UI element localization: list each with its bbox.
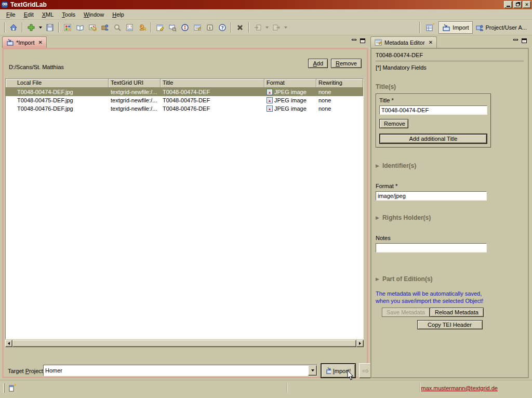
import-minimize-button[interactable] [352,38,357,43]
jpeg-file-icon [267,97,273,103]
target-project-combo [43,365,317,376]
target-project-dropdown-button[interactable] [308,365,317,376]
metadata-tab-icon [375,39,382,46]
image-attach-button[interactable] [86,21,99,34]
notes-input[interactable] [376,243,487,253]
import-tool-dropdown-arrow [265,26,269,29]
tab-import[interactable]: *Import ✕ [2,36,47,48]
app-owl-icon [1,1,8,8]
svg-text:?: ? [221,25,224,30]
cell-local-file: T0048-00474-DEF.jpg [6,89,109,95]
tab-metadata-close-icon[interactable]: ✕ [429,39,433,45]
new-icon [27,23,35,32]
dictionary-button[interactable] [74,21,86,34]
delete-icon [236,23,244,32]
text-editor-button[interactable] [154,21,166,34]
import-tool-button [251,21,264,34]
user-admin-button[interactable] [99,21,111,34]
save-button[interactable] [44,21,56,34]
menu-window[interactable]: Window [79,10,108,19]
metadata-minimize-button[interactable] [513,38,518,43]
gallery-button[interactable] [61,21,74,34]
open-perspective-icon [426,23,435,32]
col-title[interactable]: Title [161,79,264,88]
book-search-button[interactable] [166,21,179,34]
navigator-button[interactable] [179,21,191,34]
menu-edit[interactable]: Edit [20,10,38,19]
search-button[interactable] [111,21,124,34]
text-editor-icon [156,23,164,32]
identifiers-section-header[interactable]: ▶Identifier(s) [376,162,524,169]
section-twisty-icon[interactable]: ▶ [376,163,379,168]
perspective-import[interactable]: Import [438,21,472,34]
xml-editor-icon: xml [126,23,134,32]
cell-uri: textgrid-newfile:/... [109,97,161,103]
copy-tei-header-button[interactable]: Copy TEI Header [417,320,483,329]
section-twisty-icon[interactable]: ▶ [376,215,379,220]
export-tool-icon [272,23,281,32]
scroll-right-icon[interactable] [356,340,364,347]
menu-help[interactable]: Help [108,10,128,19]
help-button[interactable]: ? [216,21,229,34]
toolbar-separator [248,22,249,33]
add-additional-title-button[interactable]: Add additional Title [379,134,487,144]
notes-field-label: Notes [376,235,524,241]
menu-xml[interactable]: XML [38,10,58,19]
section-twisty-icon[interactable]: ▶ [376,276,379,282]
horizontal-scrollbar[interactable] [5,340,364,347]
home-button[interactable] [7,21,20,34]
xml-editor-button[interactable]: xml [124,21,136,34]
jpeg-file-icon [267,105,273,112]
open-perspective-button[interactable] [423,21,438,34]
add-button[interactable]: Add [308,59,328,68]
remove-title-button[interactable]: Remove [379,119,408,128]
part-of-edition-section-header[interactable]: ▶Part of Edition(s) [376,275,524,283]
col-rewriting[interactable]: Rewriting [316,79,363,88]
scrollbar-thumb[interactable] [12,340,356,347]
col-format[interactable]: Format [264,79,316,88]
toolbar-separator [231,22,232,33]
col-local-file[interactable]: Local File [6,79,109,88]
title-input[interactable] [379,105,487,115]
fast-view-icon[interactable] [8,383,17,392]
scroll-left-icon[interactable] [5,340,12,347]
reload-metadata-button[interactable]: Reload Metadata [430,308,484,317]
perspective-project-user[interactable]: Project/User A... [473,21,530,34]
tab-metadata-editor[interactable]: Metadata Editor ✕ [370,36,437,48]
user-key-button[interactable] [136,21,149,34]
file-table: Local File TextGrid URI Title Format Rew… [5,78,364,339]
cell-uri: textgrid-newfile:/... [109,89,161,95]
image-attach-icon [88,23,97,32]
import-button-icon [326,367,331,374]
menu-tools[interactable]: Tools [58,10,79,19]
format-field-label: Format * [376,183,524,189]
format-input[interactable] [376,191,487,201]
mouse-cursor [347,370,354,381]
import-maximize-button[interactable] [360,38,365,43]
metadata-maximize-button[interactable] [522,38,527,43]
target-project-input[interactable] [44,365,308,376]
close-button[interactable]: ✕ [523,1,531,8]
restore-button[interactable] [513,1,522,8]
perspective-grip [419,22,420,33]
delete-button[interactable] [234,21,246,34]
col-textgrid-uri[interactable]: TextGrid URI [109,79,161,88]
cell-title: T0048-00474-DEF [161,89,264,95]
metadata-editor-button[interactable] [191,21,204,34]
user-email-link[interactable]: max.mustermann@textgrid.de [421,385,498,391]
info-button[interactable]: i [204,21,216,34]
remove-button[interactable]: Remove [331,59,362,68]
new-object-button[interactable] [25,21,37,34]
statusbar-divider [287,383,288,392]
minimize-button[interactable] [504,1,512,8]
metadata-editor-icon [193,23,202,32]
table-row[interactable]: T0048-00474-DEF.jpg textgrid-newfile:/..… [6,88,363,96]
project-user-perspective-icon [476,24,484,32]
table-row[interactable]: T0048-00475-DEF.jpg textgrid-newfile:/..… [6,96,363,104]
save-metadata-button: Save Metadata [382,308,430,317]
new-dropdown-arrow[interactable] [39,26,42,29]
table-row[interactable]: T0048-00476-DEF.jpg textgrid-newfile:/..… [6,104,363,113]
menu-file[interactable]: File [2,10,20,19]
rights-section-header[interactable]: ▶Rights Holder(s) [376,214,524,221]
tab-import-close-icon[interactable]: ✕ [38,39,42,45]
